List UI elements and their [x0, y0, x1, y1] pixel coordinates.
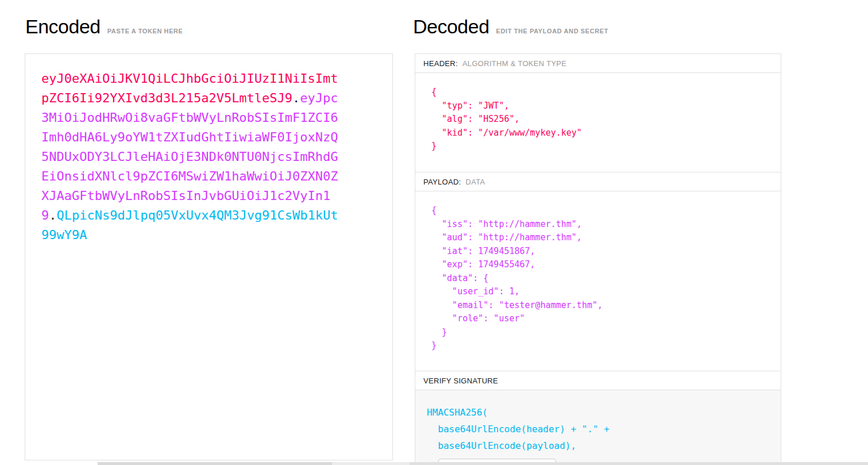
hmac-code-line: base64UrlEncode(header) + "." +	[427, 421, 781, 437]
scrollbar-track	[410, 462, 868, 465]
header-section-label: HEADER:	[423, 59, 458, 68]
hmac-code-line: HMACSHA256(	[427, 404, 781, 421]
payload-json-editor[interactable]: { "iss": "http://hammer.thm", "aud": "ht…	[415, 191, 781, 371]
encoded-title: Encoded	[25, 16, 101, 38]
verify-signature-label: VERIFY SIGNATURE	[423, 376, 498, 385]
encoded-heading: Encoded PASTE A TOKEN HERE	[25, 16, 183, 38]
hmac-code-line: base64UrlEncode(payload),	[427, 437, 781, 454]
jwt-signature-segment[interactable]: QLpicNs9dJlpq05VxUvx4QM3Jvg91CsWb1kUt99w…	[41, 208, 338, 242]
horizontal-scrollbar[interactable]	[0, 462, 868, 465]
scrollbar-track	[332, 462, 410, 465]
header-section-caption: ALGORITHM & TOKEN TYPE	[462, 59, 566, 68]
payload-section-bar: PAYLOAD: DATA	[415, 172, 781, 191]
encoded-subtitle: PASTE A TOKEN HERE	[107, 28, 183, 34]
decoded-subtitle: EDIT THE PAYLOAD AND SECRET	[496, 28, 608, 34]
payload-json[interactable]: { "iss": "http://hammer.thm", "aud": "ht…	[415, 191, 781, 362]
scrollbar-thumb[interactable]	[98, 462, 332, 465]
payload-section-label: PAYLOAD:	[423, 178, 461, 186]
jwt-payload-segment[interactable]: eyJpc3MiOiJodHRwOi8vaGFtbWVyLnRobSIsImF1…	[41, 91, 338, 222]
decoded-title: Decoded	[413, 16, 489, 38]
jwt-dot-separator: .	[49, 208, 56, 222]
payload-section-caption: DATA	[466, 178, 485, 186]
jwt-dot-separator: .	[292, 91, 300, 105]
decoded-panel: HEADER: ALGORITHM & TOKEN TYPE { "typ": …	[415, 53, 781, 465]
header-section-bar: HEADER: ALGORITHM & TOKEN TYPE	[415, 53, 781, 73]
verify-signature-content: HMACSHA256( base64UrlEncode(header) + ".…	[415, 390, 781, 465]
decoded-heading: Decoded EDIT THE PAYLOAD AND SECRET	[413, 16, 608, 38]
encoded-token-editor[interactable]: eyJ0eXAiOiJKV1QiLCJhbGciOiJIUzI1NiIsImtp…	[25, 53, 393, 460]
verify-signature-bar: VERIFY SIGNATURE	[415, 371, 781, 390]
jwt-token[interactable]: eyJ0eXAiOiJKV1QiLCJhbGciOiJIUzI1NiIsImtp…	[41, 69, 344, 245]
header-json[interactable]: { "typ": "JWT", "alg": "HS256", "kid": "…	[415, 73, 781, 163]
header-json-editor[interactable]: { "typ": "JWT", "alg": "HS256", "kid": "…	[415, 73, 781, 172]
